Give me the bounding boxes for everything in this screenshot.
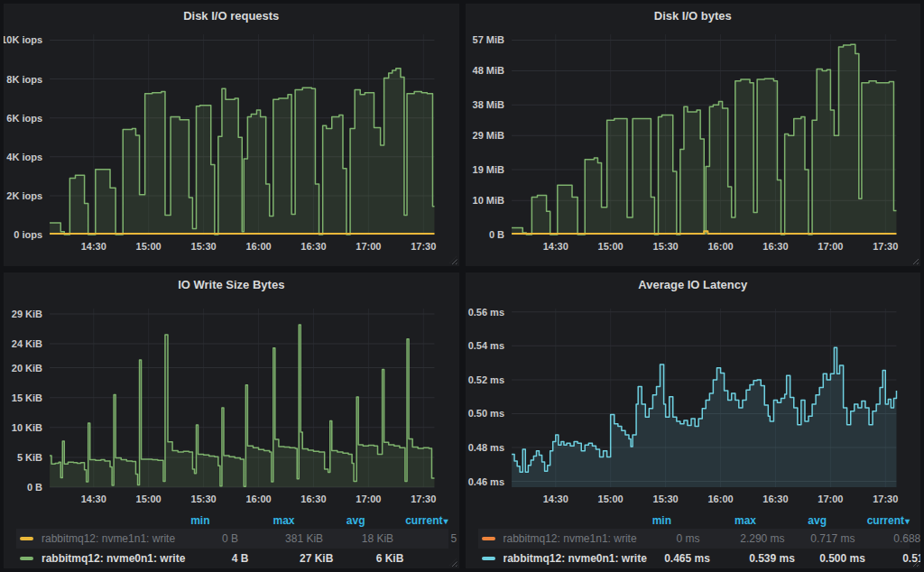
series-swatch-cyan [482, 557, 495, 560]
legend-sort-current[interactable]: current▾ [827, 514, 910, 527]
svg-text:17:30: 17:30 [873, 241, 898, 252]
legend-sort-avg[interactable]: avg [295, 514, 365, 527]
stat-min: 4 B [185, 552, 248, 565]
svg-text:38 MiB: 38 MiB [472, 99, 504, 110]
svg-text:0.48 ms: 0.48 ms [467, 442, 504, 453]
svg-text:8K iops: 8K iops [6, 74, 42, 85]
stat-avg: 0.500 ms [795, 552, 865, 565]
svg-text:14:30: 14:30 [81, 494, 106, 504]
svg-text:0.46 ms: 0.46 ms [467, 476, 504, 487]
panel-title-disk-io-bytes[interactable]: Disk I/O bytes [466, 4, 921, 27]
legend-header-row: min max avg current▾ [16, 512, 448, 529]
legend-sort-avg[interactable]: avg [756, 514, 827, 527]
legend-row-nvme1n1: rabbitmq12: nvme1n1: write 0 B 381 KiB 1… [16, 529, 448, 549]
svg-text:16:30: 16:30 [300, 241, 326, 252]
stat-max: 0.539 ms [710, 552, 795, 565]
svg-text:29 KiB: 29 KiB [12, 309, 42, 319]
legend-row-nvme0n1: rabbitmq12: nvme0n1: write 4 B 27 KiB 6 … [16, 549, 448, 568]
svg-text:10K iops: 10K iops [4, 35, 42, 46]
svg-text:16:00: 16:00 [707, 494, 733, 504]
svg-text:24 KiB: 24 KiB [12, 338, 42, 349]
svg-text:15:00: 15:00 [597, 241, 623, 252]
legend-sort-max[interactable]: max [210, 514, 295, 527]
series-toggle-nvme1n1[interactable]: rabbitmq12: nvme1n1: write [16, 532, 175, 545]
svg-text:14:30: 14:30 [542, 494, 568, 504]
series-toggle-nvme0n1[interactable]: rabbitmq12: nvme0n1: write [16, 552, 185, 565]
svg-text:14:30: 14:30 [81, 241, 106, 252]
sort-caret-icon: ▾ [905, 516, 910, 526]
svg-text:6K iops: 6K iops [6, 113, 42, 124]
svg-text:57 MiB: 57 MiB [472, 34, 504, 45]
disk-io-requests-chart[interactable]: 0 iops2K iops4K iops6K iops8K iops10K io… [4, 27, 459, 266]
panel-title-average-io-latency[interactable]: Average IO Latency [466, 272, 921, 296]
svg-text:2K iops: 2K iops [6, 190, 42, 201]
svg-text:0.56 ms: 0.56 ms [467, 307, 504, 318]
svg-text:15:00: 15:00 [136, 494, 162, 504]
svg-text:16:30: 16:30 [762, 494, 788, 504]
stat-min: 0 ms [637, 532, 700, 545]
series-toggle-nvme1n1[interactable]: rabbitmq12: nvme1n1: write [478, 532, 637, 545]
svg-text:20 KiB: 20 KiB [12, 363, 42, 374]
stat-min: 0 B [175, 532, 238, 545]
io-write-size-bytes-chart[interactable]: 0 B5 KiB10 KiB15 KiB20 KiB24 KiB29 KiB14… [4, 296, 459, 511]
panel-disk-io-bytes: Disk I/O bytes 0 B10 MiB19 MiB29 MiB38 M… [466, 4, 921, 266]
svg-text:5 KiB: 5 KiB [17, 452, 42, 463]
panel-title-io-write-size-bytes[interactable]: IO Write Size Bytes [4, 272, 459, 296]
stat-avg: 0.717 ms [785, 532, 855, 545]
series-label-text: rabbitmq12: nvme1n1: write [504, 532, 637, 545]
svg-text:15 KiB: 15 KiB [12, 392, 42, 403]
legend-sort-current-label: current [405, 514, 442, 527]
stat-current: 10 B [403, 552, 458, 565]
legend-sort-min[interactable]: min [147, 514, 210, 527]
dashboard: Disk I/O requests 0 iops2K iops4K iops6K… [0, 0, 924, 572]
series-label-text: rabbitmq12: nvme1n1: write [42, 532, 175, 545]
svg-text:17:30: 17:30 [873, 494, 898, 504]
svg-text:17:30: 17:30 [411, 241, 436, 252]
svg-text:10 MiB: 10 MiB [472, 195, 504, 206]
legend-sort-max[interactable]: max [671, 514, 756, 527]
legend-sort-current[interactable]: current▾ [365, 514, 448, 527]
svg-text:17:00: 17:00 [818, 494, 843, 504]
svg-text:16:00: 16:00 [246, 494, 272, 504]
svg-text:0 B: 0 B [488, 229, 504, 240]
legend-sort-min[interactable]: min [608, 514, 671, 527]
svg-text:15:30: 15:30 [652, 494, 678, 504]
series-swatch-orange [482, 537, 495, 540]
stat-avg: 18 KiB [323, 532, 393, 545]
legend-header-row: min max avg current▾ [478, 512, 910, 529]
panel-io-write-size-bytes: IO Write Size Bytes 0 B5 KiB10 KiB15 KiB… [4, 272, 459, 568]
series-toggle-nvme0n1[interactable]: rabbitmq12: nvme0n1: write [478, 552, 647, 565]
series-label-text: rabbitmq12: nvme0n1: write [42, 552, 185, 565]
svg-text:15:30: 15:30 [652, 241, 678, 252]
series-label-text: rabbitmq12: nvme0n1: write [504, 552, 647, 565]
disk-io-bytes-chart[interactable]: 0 B10 MiB19 MiB29 MiB38 MiB48 MiB57 MiB1… [466, 27, 921, 266]
panel-disk-io-requests: Disk I/O requests 0 iops2K iops4K iops6K… [4, 4, 459, 266]
svg-text:17:00: 17:00 [356, 494, 381, 504]
stat-current: 0.688 ms [855, 532, 920, 545]
stat-min: 0.465 ms [647, 552, 710, 565]
stat-current: 5 KiB [393, 532, 458, 545]
series-swatch-green [20, 557, 33, 560]
svg-text:17:00: 17:00 [818, 241, 843, 252]
svg-text:16:00: 16:00 [246, 241, 272, 252]
svg-text:0.54 ms: 0.54 ms [467, 340, 504, 351]
svg-text:16:00: 16:00 [707, 241, 733, 252]
svg-text:17:30: 17:30 [411, 494, 436, 504]
svg-text:15:00: 15:00 [136, 241, 162, 252]
svg-text:19 MiB: 19 MiB [472, 164, 504, 175]
stat-avg: 6 KiB [333, 552, 403, 565]
svg-text:0.52 ms: 0.52 ms [467, 374, 504, 385]
svg-text:15:30: 15:30 [191, 241, 217, 252]
svg-text:10 KiB: 10 KiB [12, 422, 42, 433]
legend-row-nvme1n1: rabbitmq12: nvme1n1: write 0 ms 2.290 ms… [478, 529, 910, 549]
stat-current: 0.514 ms [865, 552, 920, 565]
svg-text:17:00: 17:00 [356, 241, 381, 252]
average-io-latency-chart[interactable]: 0.46 ms0.48 ms0.50 ms0.52 ms0.54 ms0.56 … [466, 296, 921, 511]
legend-io-write-size: min max avg current▾ rabbitmq12: nvme1n1… [4, 511, 459, 568]
svg-text:4K iops: 4K iops [6, 152, 42, 162]
svg-text:15:00: 15:00 [597, 494, 623, 504]
panel-title-disk-io-requests[interactable]: Disk I/O requests [4, 4, 459, 27]
svg-text:48 MiB: 48 MiB [472, 66, 504, 77]
stat-max: 381 KiB [238, 532, 323, 545]
legend-sort-current-label: current [867, 514, 904, 527]
